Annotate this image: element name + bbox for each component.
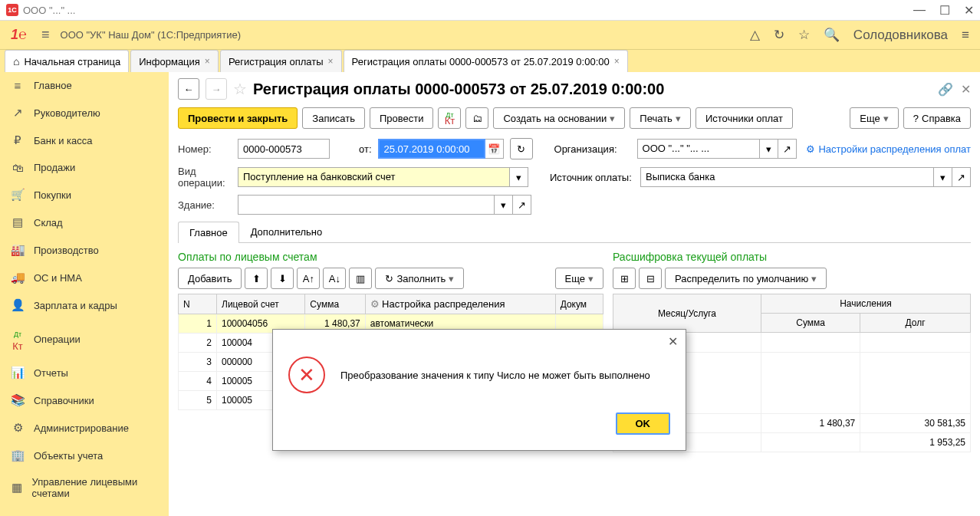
tab-info[interactable]: Информация × xyxy=(130,50,219,72)
sidebar-item-production[interactable]: 🏭Производство xyxy=(0,236,169,264)
sidebar-item-reports[interactable]: 📊Отчеты xyxy=(0,359,169,386)
col-sum[interactable]: Сумма xyxy=(761,314,860,333)
col-doc[interactable]: Докум xyxy=(555,294,603,314)
building-input[interactable] xyxy=(238,195,495,215)
more-button[interactable]: Еще xyxy=(850,107,898,129)
link-icon[interactable]: 🔗 xyxy=(938,82,953,97)
post-close-button[interactable]: Провести и закрыть xyxy=(178,107,298,129)
sidebar-item-charges[interactable]: ▤Начисления услуг xyxy=(0,506,169,516)
col-debt[interactable]: Долг xyxy=(860,314,971,333)
collapse-button[interactable]: ⊟ xyxy=(639,268,662,289)
tab-close-icon[interactable]: × xyxy=(614,56,620,67)
open-icon[interactable]: ↗ xyxy=(513,195,531,215)
home-icon: ⌂ xyxy=(13,55,19,67)
sidebar-item-objects[interactable]: 🏢Объекты учета xyxy=(0,442,169,469)
settings-burger-icon[interactable]: ≡ xyxy=(962,28,969,43)
dtkt-button[interactable]: ДтКт xyxy=(438,107,461,129)
expand-button[interactable]: ⊞ xyxy=(613,268,636,289)
sidebar-item-sales[interactable]: 🛍Продажи xyxy=(0,154,169,181)
sidebar-item-assets[interactable]: 🚚ОС и НМА xyxy=(0,264,169,291)
help-button[interactable]: ? Справка xyxy=(903,107,971,129)
sidebar-item-operations[interactable]: ДтКтОперации xyxy=(0,319,169,359)
ok-button[interactable]: OK xyxy=(616,412,671,435)
open-icon[interactable]: ↗ xyxy=(778,139,797,159)
distribution-settings-link[interactable]: ⚙Настройки распределения оплат xyxy=(806,143,971,155)
sidebar-item-main[interactable]: ≡Главное xyxy=(0,72,169,99)
move-up-button[interactable]: ⬆ xyxy=(245,268,268,289)
sort-desc-button[interactable]: A↓ xyxy=(323,268,346,289)
dialog-close-icon[interactable]: ✕ xyxy=(668,334,678,349)
source-input[interactable]: Выписка банка xyxy=(640,167,934,187)
search-icon[interactable]: 🔍 xyxy=(824,27,840,43)
org-input[interactable]: ООО "..." "... ... xyxy=(637,139,760,159)
payment-sources-button[interactable]: Источники оплат xyxy=(696,107,793,129)
sidebar-item-catalogs[interactable]: 📚Справочники xyxy=(0,386,169,414)
add-button[interactable]: Добавить xyxy=(178,268,242,289)
grid-icon: ▦ xyxy=(11,481,23,495)
col-acc[interactable]: Лицевой счет xyxy=(217,294,305,314)
fill-button[interactable]: ↻ Заполнить xyxy=(375,268,464,289)
bag-icon: 🛍 xyxy=(11,161,25,174)
app-icon: 1C xyxy=(6,4,18,16)
distribute-button[interactable]: Распределить по умолчанию xyxy=(665,268,827,289)
sidebar-item-purchases[interactable]: 🛒Покупки xyxy=(0,181,169,209)
tab-close-icon[interactable]: × xyxy=(328,56,334,67)
maximize-icon[interactable]: ☐ xyxy=(939,3,950,18)
tab-payment-doc[interactable]: Регистрация оплаты 0000-000573 от 25.07.… xyxy=(344,50,628,72)
from-label: от: xyxy=(359,143,372,155)
tab-payment-reg[interactable]: Регистрация оплаты × xyxy=(220,50,342,72)
barcode-button[interactable]: ▥ xyxy=(349,268,372,289)
col-accruals[interactable]: Начисления xyxy=(761,294,970,314)
sort-asc-button[interactable]: A↑ xyxy=(297,268,320,289)
create-based-button[interactable]: Создать на основании xyxy=(493,107,625,129)
post-button[interactable]: Провести xyxy=(370,107,434,129)
sidebar-item-manager[interactable]: ↗Руководителю xyxy=(0,99,169,127)
open-icon[interactable]: ↗ xyxy=(952,167,971,187)
tab-close-icon[interactable]: × xyxy=(205,56,210,67)
subtab-extra[interactable]: Дополнительно xyxy=(239,221,334,242)
structure-button[interactable]: 🗂 xyxy=(465,107,488,129)
cart-icon: 🛒 xyxy=(11,188,25,202)
sidebar-item-warehouse[interactable]: ▤Склад xyxy=(0,209,169,236)
username[interactable]: Солодовникова xyxy=(853,28,948,43)
favorite-icon[interactable]: ☆ xyxy=(233,80,247,98)
subtab-main[interactable]: Главное xyxy=(178,222,239,243)
error-message: Преобразование значения к типу Число не … xyxy=(340,370,650,381)
sidebar-item-salary[interactable]: 👤Зарплата и кадры xyxy=(0,291,169,319)
more-button-left[interactable]: Еще xyxy=(555,268,603,289)
calendar-icon[interactable]: 📅 xyxy=(485,139,504,159)
forward-button[interactable]: → xyxy=(206,78,227,100)
number-input[interactable] xyxy=(238,139,330,159)
sidebar-item-accounts[interactable]: ▦Управление лицевыми счетами xyxy=(0,469,169,506)
print-button[interactable]: Печать xyxy=(630,107,691,129)
col-sum[interactable]: Сумма xyxy=(305,294,365,314)
history-icon[interactable]: ↻ xyxy=(774,27,784,43)
sidebar-item-bank[interactable]: ₽Банк и касса xyxy=(0,127,169,154)
dropdown-icon[interactable]: ▾ xyxy=(495,195,513,215)
right-section-title: Расшифровка текущей оплаты xyxy=(613,251,971,263)
dropdown-icon[interactable]: ▾ xyxy=(760,139,778,159)
error-dialog: ✕ ✕ Преобразование значения к типу Число… xyxy=(272,329,686,451)
col-month[interactable]: Месяц/Услуга xyxy=(613,294,761,333)
close-doc-icon[interactable]: ✕ xyxy=(961,82,971,97)
bell-icon[interactable]: △ xyxy=(750,27,760,43)
refresh-button[interactable]: ↻ xyxy=(510,138,533,159)
sidebar-item-admin[interactable]: ⚙Администрирование xyxy=(0,414,169,442)
menu-icon[interactable]: ≡ xyxy=(41,27,50,43)
save-button[interactable]: Записать xyxy=(302,107,365,129)
col-dist[interactable]: ⚙ Настройка распределения xyxy=(365,294,555,314)
col-n[interactable]: N xyxy=(179,294,217,314)
gear-icon: ⚙ xyxy=(11,421,25,435)
optype-select[interactable]: Поступление на банковский счет xyxy=(238,167,510,187)
minimize-icon[interactable]: — xyxy=(913,3,926,18)
date-input[interactable]: 25.07.2019 0:00:00 xyxy=(378,139,485,159)
building-icon: 🏢 xyxy=(11,449,25,462)
dropdown-icon[interactable]: ▾ xyxy=(510,167,528,187)
star-icon[interactable]: ☆ xyxy=(798,27,810,43)
dropdown-icon[interactable]: ▾ xyxy=(934,167,952,187)
close-window-icon[interactable]: ✕ xyxy=(964,3,974,18)
gear-icon: ⚙ xyxy=(806,143,815,155)
tab-home[interactable]: ⌂ Начальная страница xyxy=(5,50,129,72)
move-down-button[interactable]: ⬇ xyxy=(271,268,294,289)
back-button[interactable]: ← xyxy=(178,78,199,100)
